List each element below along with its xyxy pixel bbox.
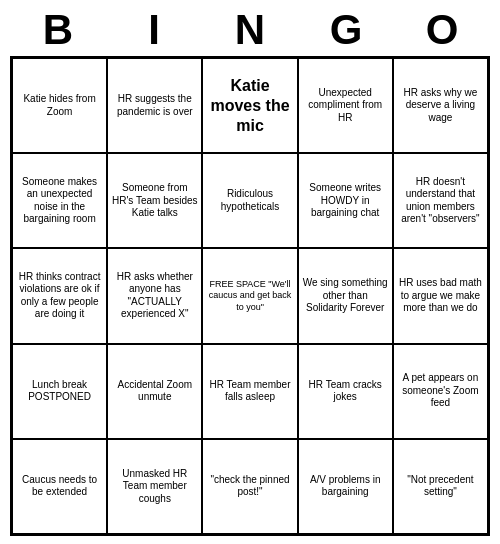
letter-b: B (14, 6, 102, 54)
letter-o: O (398, 6, 486, 54)
bingo-cell-15[interactable]: Lunch break POSTPONED (12, 344, 107, 439)
bingo-cell-5[interactable]: Someone makes an unexpected noise in the… (12, 153, 107, 248)
letter-n: N (206, 6, 294, 54)
bingo-cell-2[interactable]: Katie moves the mic (202, 58, 297, 153)
bingo-grid: Katie hides from ZoomHR suggests the pan… (10, 56, 490, 536)
bingo-cell-24[interactable]: "Not precedent setting" (393, 439, 488, 534)
bingo-cell-1[interactable]: HR suggests the pandemic is over (107, 58, 202, 153)
letter-g: G (302, 6, 390, 54)
bingo-cell-19[interactable]: A pet appears on someone's Zoom feed (393, 344, 488, 439)
bingo-cell-12[interactable]: FREE SPACE "We'll caucus and get back to… (202, 248, 297, 343)
letter-i: I (110, 6, 198, 54)
bingo-cell-0[interactable]: Katie hides from Zoom (12, 58, 107, 153)
bingo-cell-22[interactable]: "check the pinned post!" (202, 439, 297, 534)
bingo-cell-18[interactable]: HR Team cracks jokes (298, 344, 393, 439)
bingo-cell-16[interactable]: Accidental Zoom unmute (107, 344, 202, 439)
bingo-cell-13[interactable]: We sing something other than Solidarity … (298, 248, 393, 343)
bingo-cell-3[interactable]: Unexpected compliment from HR (298, 58, 393, 153)
bingo-cell-21[interactable]: Unmasked HR Team member coughs (107, 439, 202, 534)
bingo-cell-9[interactable]: HR doesn't understand that union members… (393, 153, 488, 248)
bingo-cell-17[interactable]: HR Team member falls asleep (202, 344, 297, 439)
bingo-cell-10[interactable]: HR thinks contract violations are ok if … (12, 248, 107, 343)
bingo-cell-14[interactable]: HR uses bad math to argue we make more t… (393, 248, 488, 343)
bingo-cell-20[interactable]: Caucus needs to be extended (12, 439, 107, 534)
bingo-cell-4[interactable]: HR asks why we deserve a living wage (393, 58, 488, 153)
bingo-cell-8[interactable]: Someone writes HOWDY in bargaining chat (298, 153, 393, 248)
bingo-cell-6[interactable]: Someone from HR's Team besides Katie tal… (107, 153, 202, 248)
bingo-cell-23[interactable]: A/V problems in bargaining (298, 439, 393, 534)
bingo-title: B I N G O (10, 0, 490, 56)
bingo-cell-7[interactable]: Ridiculous hypotheticals (202, 153, 297, 248)
bingo-cell-11[interactable]: HR asks whether anyone has "ACTUALLY exp… (107, 248, 202, 343)
